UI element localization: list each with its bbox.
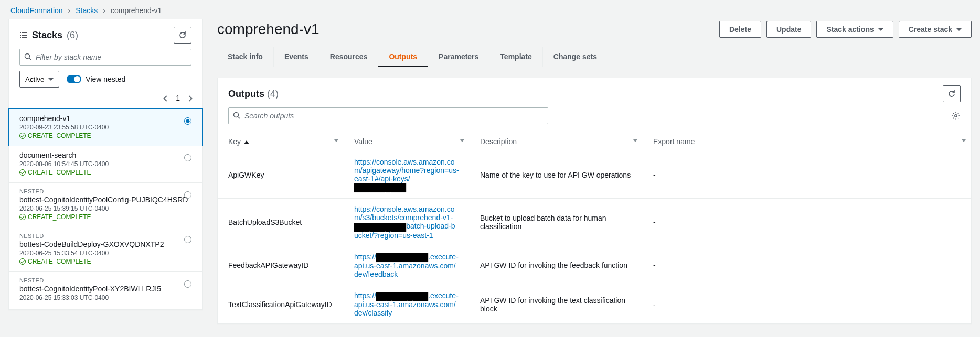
output-value-link[interactable]: https://console.aws.amazon.com/s3/bucket… (354, 205, 455, 239)
search-icon (24, 52, 32, 61)
stack-status: CREATE_COMPLETE (19, 258, 191, 265)
update-button[interactable]: Update (766, 21, 811, 38)
stack-radio[interactable] (184, 117, 191, 125)
output-value: https://██████████.execute-api.us-east-1… (344, 285, 470, 323)
stack-radio[interactable] (184, 154, 191, 161)
sort-menu-icon (962, 139, 966, 142)
nested-tag: NESTED (19, 188, 191, 194)
stack-list-item[interactable]: NESTEDbottest-CodeBuildDeploy-GXOXVQDNXT… (9, 227, 202, 272)
success-icon (19, 133, 26, 139)
breadcrumb-sep-icon: › (103, 6, 105, 15)
stack-date: 2020-09-23 23:55:58 UTC-0400 (19, 124, 191, 131)
output-value-link[interactable]: https://██████████.execute-api.us-east-1… (354, 291, 459, 317)
tab-resources[interactable]: Resources (319, 47, 379, 67)
col-key[interactable]: Key (218, 132, 344, 151)
stack-radio[interactable] (184, 280, 191, 288)
success-icon (19, 214, 26, 220)
stack-name: bottest-CognitoIdentityPool-XY2BIWLLRJI5 (19, 285, 191, 293)
caret-down-icon (48, 78, 54, 81)
output-description: Bucket to upload batch data for human cl… (470, 199, 643, 246)
tab-change-sets[interactable]: Change sets (543, 47, 608, 67)
stack-date: 2020-06-25 15:33:54 UTC-0400 (19, 249, 191, 257)
output-value: https://console.aws.amazon.com/s3/bucket… (344, 199, 470, 246)
tab-stack-info[interactable]: Stack info (217, 47, 274, 67)
success-icon (19, 169, 26, 176)
caret-down-icon (878, 28, 883, 31)
search-outputs-wrap (228, 107, 548, 124)
search-outputs-input[interactable] (228, 107, 548, 124)
refresh-icon (178, 31, 187, 39)
col-value[interactable]: Value (344, 132, 470, 151)
tab-events[interactable]: Events (274, 47, 319, 67)
chevron-left-icon (164, 95, 169, 101)
stack-radio[interactable] (184, 191, 191, 199)
col-description[interactable]: Description (470, 132, 643, 151)
stacks-heading: Stacks (6) (19, 30, 78, 41)
stack-list-item[interactable]: NESTEDbottest-CognitoIdentityPoolConfig-… (9, 183, 202, 227)
nested-tag: NESTED (19, 277, 191, 284)
svg-point-10 (955, 115, 957, 117)
breadcrumb-sep-icon: › (68, 6, 71, 15)
stack-name: comprehend-v1 (19, 114, 191, 123)
stack-radio[interactable] (184, 236, 191, 243)
pager-next[interactable] (187, 94, 191, 102)
tab-outputs[interactable]: Outputs (378, 47, 428, 67)
view-nested-label: View nested (86, 75, 125, 83)
stacks-pager: 1 (9, 92, 202, 108)
table-row: FeedbackAPIGatewayIDhttps://██████████.e… (218, 246, 971, 285)
refresh-stacks-button[interactable] (174, 27, 191, 44)
gear-icon (951, 111, 961, 121)
stack-actions-dropdown[interactable]: Stack actions (816, 21, 893, 38)
outputs-title: Outputs (228, 89, 264, 99)
refresh-outputs-button[interactable] (943, 85, 961, 102)
stack-list-item[interactable]: document-search2020-08-06 10:54:45 UTC-0… (9, 146, 202, 183)
table-row: ApiGWKeyhttps://console.aws.amazon.com/a… (218, 151, 971, 199)
breadcrumb: CloudFormation › Stacks › comprehend-v1 (0, 0, 980, 19)
stack-date: 2020-08-06 10:54:45 UTC-0400 (19, 160, 191, 168)
tab-parameters[interactable]: Parameters (428, 47, 489, 67)
stack-status: CREATE_COMPLETE (19, 213, 191, 221)
delete-button[interactable]: Delete (719, 21, 761, 38)
filter-stacks-input[interactable] (19, 49, 191, 66)
table-settings-button[interactable] (951, 111, 961, 121)
svg-line-7 (29, 58, 31, 60)
svg-line-9 (238, 117, 240, 118)
tab-template[interactable]: Template (489, 47, 542, 67)
output-value: https://██████████.execute-api.us-east-1… (344, 246, 470, 285)
outputs-heading: Outputs (4) (228, 89, 279, 100)
output-key: FeedbackAPIGatewayID (218, 246, 344, 285)
main-actions: Delete Update Stack actions Create stack (719, 21, 972, 38)
success-icon (19, 258, 26, 265)
outputs-table: Key Value Description Export name ApiGWK… (218, 132, 971, 323)
create-stack-dropdown[interactable]: Create stack (899, 21, 972, 38)
search-icon (232, 111, 241, 119)
breadcrumb-current: comprehend-v1 (111, 6, 162, 15)
stack-status: CREATE_COMPLETE (19, 132, 191, 139)
breadcrumb-stacks[interactable]: Stacks (76, 6, 98, 15)
output-value-link[interactable]: https://██████████.execute-api.us-east-1… (354, 253, 459, 278)
pager-page-number: 1 (176, 94, 180, 102)
col-export-name[interactable]: Export name (643, 132, 971, 151)
stack-status: CREATE_COMPLETE (19, 169, 191, 176)
output-key: BatchUploadS3Bucket (218, 199, 344, 246)
output-export-name: - (643, 151, 971, 199)
breadcrumb-root[interactable]: CloudFormation (10, 6, 63, 15)
stack-list-item[interactable]: comprehend-v12020-09-23 23:55:58 UTC-040… (8, 108, 203, 146)
svg-point-6 (25, 54, 30, 59)
stack-list: comprehend-v12020-09-23 23:55:58 UTC-040… (9, 108, 202, 309)
output-value-link[interactable]: https://console.aws.amazon.com/apigatewa… (354, 158, 459, 191)
pager-prev[interactable] (164, 94, 168, 102)
stack-list-item[interactable]: NESTEDbottest-CognitoIdentityPool-XY2BIW… (9, 272, 202, 309)
stack-name: bottest-CognitoIdentityPoolConfig-PUJBIQ… (19, 195, 191, 204)
output-value: https://console.aws.amazon.com/apigatewa… (344, 151, 470, 199)
view-nested-toggle[interactable]: View nested (67, 75, 125, 83)
stack-actions-label: Stack actions (826, 25, 874, 34)
filter-stacks-search (19, 49, 191, 66)
stack-name: bottest-CodeBuildDeploy-GXOXVQDNXTP2 (19, 240, 191, 248)
status-filter-dropdown[interactable]: Active (19, 71, 59, 88)
status-filter-label: Active (25, 75, 44, 83)
output-key: ApiGWKey (218, 151, 344, 199)
sort-menu-icon (334, 139, 338, 142)
nested-tag: NESTED (19, 233, 191, 239)
stacks-sidebar: Stacks (6) Active View nested (8, 19, 203, 310)
